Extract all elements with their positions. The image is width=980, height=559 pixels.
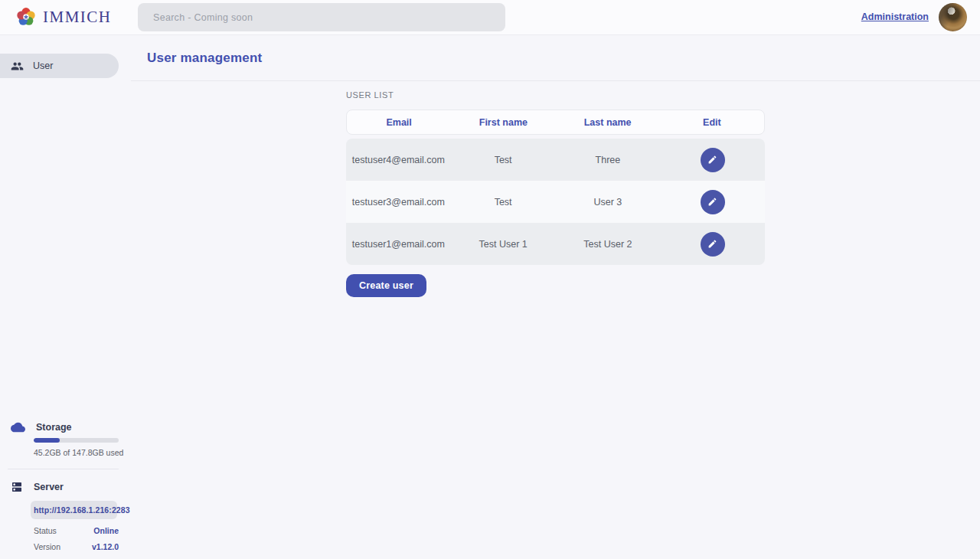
table-row: testuser4@email.com Test Three <box>346 139 765 181</box>
user-first-name: Test <box>451 197 556 208</box>
column-header-first-name: First name <box>451 117 555 128</box>
table-row: testuser3@email.com Test User 3 <box>346 181 765 223</box>
top-bar: IMMICH Administration <box>0 0 980 35</box>
table-row: testuser1@email.com Test User 1 Test Use… <box>346 223 765 265</box>
sidebar-footer: Storage 45.2GB of 147.8GB used Server ht… <box>0 422 131 551</box>
sidebar-divider <box>8 469 119 469</box>
user-table-header: Email First name Last name Edit <box>346 110 765 135</box>
server-version-value: v1.12.0 <box>92 542 119 551</box>
pencil-icon <box>707 197 717 207</box>
user-first-name: Test User 1 <box>451 239 556 250</box>
edit-user-button[interactable] <box>701 232 725 257</box>
server-url: http://192.168.1.216:2283 <box>31 501 117 519</box>
edit-user-button[interactable] <box>701 190 725 214</box>
storage-usage-text: 45.2GB of 147.8GB used <box>34 448 131 457</box>
brand-name: IMMICH <box>43 8 112 27</box>
cloud-icon <box>11 422 25 433</box>
server-version-label: Version <box>34 542 60 551</box>
group-icon <box>11 60 24 73</box>
server-status-value: Online <box>93 526 119 535</box>
storage-title: Storage <box>36 422 72 433</box>
administration-link[interactable]: Administration <box>861 11 929 22</box>
user-first-name: Test <box>451 155 556 165</box>
user-last-name: Three <box>556 155 661 165</box>
sidebar-item-label: User <box>33 60 53 71</box>
create-user-button[interactable]: Create user <box>346 274 426 297</box>
sidebar: User Storage 45.2GB of 147.8GB used Serv… <box>0 35 131 559</box>
user-list-label: USER LIST <box>346 90 765 100</box>
storage-progress-bar <box>34 438 119 443</box>
page-header: User management <box>131 35 980 81</box>
user-email: testuser4@email.com <box>346 155 451 165</box>
sidebar-item-user[interactable]: User <box>0 54 119 78</box>
user-last-name: Test User 2 <box>556 239 661 250</box>
column-header-email: Email <box>347 117 451 128</box>
edit-user-button[interactable] <box>701 148 725 172</box>
main-panel: User management USER LIST Email First na… <box>131 35 980 559</box>
search-bar[interactable] <box>138 3 505 31</box>
server-status-label: Status <box>34 526 57 535</box>
storage-progress-fill <box>34 438 60 443</box>
pencil-icon <box>707 155 717 165</box>
user-email: testuser3@email.com <box>346 197 451 208</box>
pencil-icon <box>707 239 717 249</box>
column-header-last-name: Last name <box>556 117 660 128</box>
user-email: testuser1@email.com <box>346 239 451 250</box>
user-avatar[interactable] <box>939 3 967 31</box>
dns-icon <box>11 481 23 493</box>
user-table-body: testuser4@email.com Test Three testuser3… <box>346 139 765 265</box>
page-title: User management <box>147 51 262 66</box>
search-input[interactable] <box>153 12 490 23</box>
immich-flower-icon <box>15 6 37 28</box>
server-title: Server <box>34 482 64 492</box>
brand[interactable]: IMMICH <box>15 6 112 28</box>
user-last-name: User 3 <box>556 197 661 208</box>
column-header-edit: Edit <box>660 117 764 128</box>
